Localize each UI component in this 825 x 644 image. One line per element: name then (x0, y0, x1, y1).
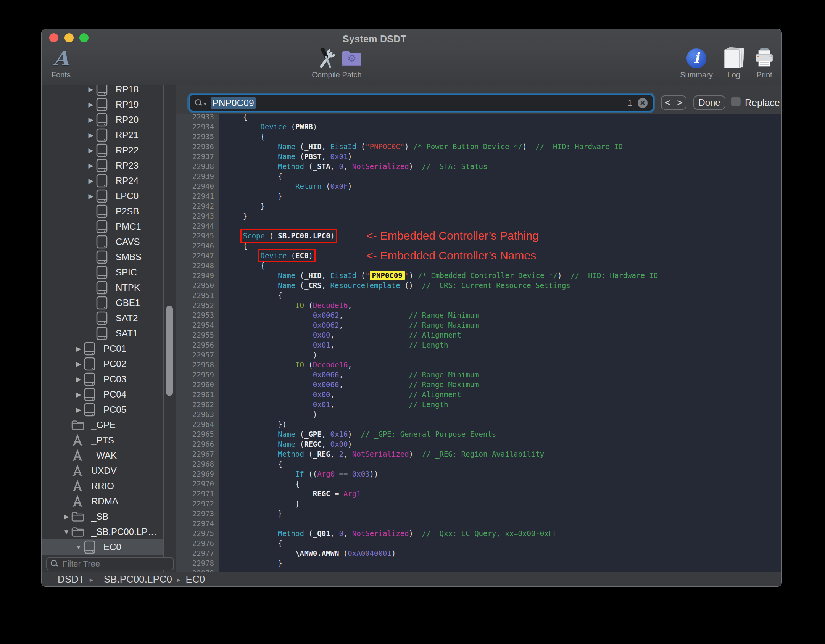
fonts-label: Fonts (52, 71, 71, 79)
line-number: 22969 (176, 469, 219, 479)
tree-item--sb[interactable]: ▶_SB (42, 509, 163, 524)
summary-button[interactable]: i Summary (679, 47, 714, 85)
tree-item-spic[interactable]: SPIC (42, 265, 163, 280)
tree-item-rp20[interactable]: ▶RP20 (42, 112, 163, 127)
tree-item-rp21[interactable]: ▶RP21 (42, 127, 163, 143)
line-number: 22975 (176, 528, 219, 538)
device-icon (96, 266, 108, 279)
tree-item-cavs[interactable]: CAVS (42, 234, 163, 250)
line-number: 22965 (176, 429, 219, 439)
disclosure-collapsed-icon[interactable]: ▶ (61, 514, 71, 520)
breadcrumb-ec0[interactable]: EC0 (186, 573, 205, 585)
disclosure-expanded-icon[interactable]: ▼ (74, 544, 84, 551)
tree-item-uxdv[interactable]: UXDV (42, 463, 163, 478)
tree-item--wak[interactable]: _WAK (42, 448, 163, 463)
filter-placeholder: Filter Tree (62, 559, 100, 569)
disclosure-collapsed-icon[interactable]: ▶ (74, 346, 84, 352)
disclosure-collapsed-icon[interactable]: ▶ (86, 178, 96, 184)
tree-item-pc04[interactable]: ▶PC04 (42, 387, 163, 402)
tree-item-rp24[interactable]: ▶RP24 (42, 173, 163, 188)
print-button[interactable]: Print (749, 47, 780, 85)
tree-item-pc03[interactable]: ▶PC03 (42, 372, 163, 387)
device-icon (96, 220, 108, 233)
red-annotation-box: Scope (_SB.PC00.LPC0) (243, 232, 335, 240)
disclosure-collapsed-icon[interactable]: ▶ (74, 407, 84, 413)
folder-icon (71, 420, 84, 430)
done-button[interactable]: Done (693, 95, 725, 110)
tree-item-gbe1[interactable]: GBE1 (42, 295, 163, 311)
chevron-down-icon[interactable]: ▾ (204, 101, 206, 107)
next-match-button[interactable]: > (674, 96, 686, 109)
title-bar[interactable]: System DSDT (42, 29, 781, 47)
tree-item-rrio[interactable]: RRIO (42, 478, 163, 494)
line-number: 22933 (176, 114, 219, 122)
clear-search-button[interactable]: ✕ (638, 98, 648, 108)
tree-item-p2sb[interactable]: P2SB (42, 204, 163, 219)
tree-item-label: RP22 (116, 145, 139, 156)
disclosure-collapsed-icon[interactable]: ▶ (86, 117, 96, 123)
disclosure-collapsed-icon[interactable]: ▶ (86, 132, 96, 138)
tree-item-pc05[interactable]: ▶PC05 (42, 402, 163, 417)
tree-item-smbs[interactable]: SMBS (42, 250, 163, 265)
disclosure-collapsed-icon[interactable]: ▶ (74, 391, 84, 398)
find-input[interactable]: ▾ PNP0C09 1 ✕ (189, 94, 654, 112)
fonts-button[interactable]: A Fonts (46, 47, 76, 85)
tree-item--sb-pc00-lp-[interactable]: ▼_SB.PC00.LP… (42, 524, 163, 539)
filter-tree-input[interactable]: Filter Tree (46, 557, 174, 570)
tree-item-pc02[interactable]: ▶PC02 (42, 356, 163, 372)
tree-item-rp18[interactable]: ▶RP18 (42, 85, 163, 97)
line-number: 22961 (176, 390, 219, 399)
device-icon (96, 327, 108, 340)
tree-item-sat2[interactable]: SAT2 (42, 311, 163, 326)
device-icon (84, 403, 95, 417)
disclosure-collapsed-icon[interactable]: ▶ (86, 163, 96, 169)
device-icon (96, 311, 108, 325)
line-number: 22951 (176, 290, 219, 300)
zoom-button[interactable] (79, 33, 89, 42)
svg-text:⚙: ⚙ (347, 53, 356, 64)
device-icon (96, 250, 108, 264)
disclosure-collapsed-icon[interactable]: ▶ (86, 193, 96, 200)
fonts-icon: A (53, 48, 69, 68)
tree-item-label: RRIO (91, 481, 114, 491)
tree-item-ec0[interactable]: ▼EC0 (42, 539, 163, 555)
code-line: 22965 Name (_GPE, 0x16) // _GPE: General… (176, 429, 781, 439)
breadcrumb-scope[interactable]: _SB.PC00.LPC0 (98, 573, 172, 585)
log-button[interactable]: Log (719, 47, 749, 85)
previous-match-button[interactable]: < (662, 96, 674, 109)
tree-item-rp22[interactable]: ▶RP22 (42, 143, 163, 158)
disclosure-collapsed-icon[interactable]: ▶ (86, 147, 96, 154)
disclosure-collapsed-icon[interactable]: ▶ (74, 376, 84, 383)
disclosure-expanded-icon[interactable]: ▼ (61, 529, 71, 535)
tree-item-sat1[interactable]: SAT1 (42, 326, 163, 341)
code-line: 22938 Method (_STA, 0, NotSerialized) //… (176, 161, 781, 171)
tree-item--gpe[interactable]: _GPE (42, 417, 163, 433)
disclosure-collapsed-icon[interactable]: ▶ (74, 361, 84, 367)
disclosure-collapsed-icon[interactable]: ▶ (86, 86, 96, 93)
app-window: System DSDT A Fonts C (41, 29, 782, 587)
tree-item-pmc1[interactable]: PMC1 (42, 219, 163, 234)
tree-item-label: RP18 (116, 85, 139, 95)
tree-item-lpc0[interactable]: ▶LPC0 (42, 188, 163, 204)
sidebar-scrollbar[interactable] (166, 306, 173, 396)
tree-item-pc01[interactable]: ▶PC01 (42, 341, 163, 356)
minimize-button[interactable] (64, 33, 74, 42)
tree-item-rp23[interactable]: ▶RP23 (42, 158, 163, 173)
disclosure-collapsed-icon[interactable]: ▶ (86, 101, 96, 108)
replace-checkbox[interactable] (731, 97, 741, 106)
close-button[interactable] (49, 33, 58, 42)
patch-label: Patch (342, 71, 361, 79)
breadcrumb-dsdt[interactable]: DSDT (58, 573, 85, 585)
line-number: 22971 (176, 489, 219, 499)
code-line: 22940 Return (0x0F) (176, 181, 781, 191)
tree-item-rp19[interactable]: ▶RP19 (42, 97, 163, 112)
tree-item-rdma[interactable]: RDMA (42, 494, 163, 509)
tree-item--pts[interactable]: _PTS (42, 433, 163, 448)
tree-item-ntpk[interactable]: NTPK (42, 280, 163, 295)
line-number: 22957 (176, 350, 219, 360)
patch-button[interactable]: ⚙ Patch (337, 47, 367, 85)
line-number: 22934 (176, 122, 219, 132)
device-icon (96, 113, 108, 127)
code-line: 22953 0x0062, // Range Minimum (176, 310, 781, 320)
code-editor[interactable]: 22933 {22934 Device (PWRB)22935 {22936 N… (176, 114, 781, 572)
